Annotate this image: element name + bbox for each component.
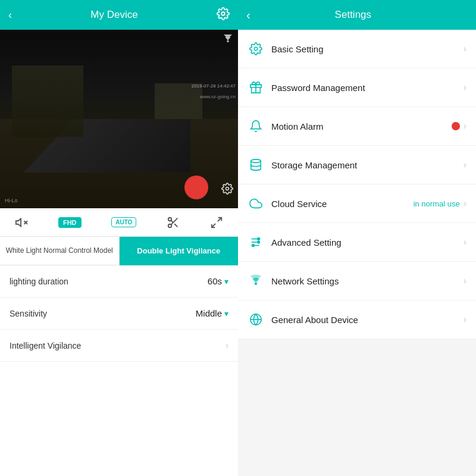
network-chevron: ›	[464, 275, 466, 286]
motion-alarm-icon	[248, 118, 264, 134]
auto-button[interactable]: AUTO	[111, 217, 136, 227]
basic-setting-label: Basic Setting	[271, 44, 464, 54]
camera-view: 2019-07-28 14:42:47 www.sz-going.cn Hi-L…	[0, 30, 238, 208]
network-icon	[248, 273, 264, 289]
camera-logo: Hi-Lo	[5, 198, 18, 203]
cloud-label: Cloud Service	[271, 199, 414, 209]
settings-icon[interactable]	[217, 7, 230, 23]
menu-item-basic-setting[interactable]: Basic Setting ›	[238, 30, 476, 68]
svg-point-1	[226, 187, 229, 190]
mute-button[interactable]	[15, 216, 28, 229]
empty-area	[238, 339, 476, 476]
motion-alarm-chevron: ›	[464, 121, 466, 131]
menu-item-motion-alarm[interactable]: Motion Alarm ›	[238, 107, 476, 146]
camera-settings-icon[interactable]	[221, 183, 233, 198]
sensitivity-label: Sensitivity	[10, 309, 47, 318]
cloud-icon	[248, 195, 264, 212]
svg-point-17	[258, 238, 260, 240]
svg-line-10	[217, 217, 221, 221]
menu-item-cloud[interactable]: Cloud Service in normal use ›	[238, 184, 476, 223]
basic-setting-icon	[248, 40, 264, 57]
svg-point-19	[252, 245, 255, 247]
menu-item-general[interactable]: General About Device ›	[238, 300, 476, 339]
lighting-duration-row[interactable]: lighting duration 60s ▾	[0, 265, 238, 298]
svg-point-6	[168, 224, 172, 227]
expand-button[interactable]	[210, 216, 223, 229]
intelligent-vigilance-label: Intelligent Vigilance	[10, 341, 81, 350]
mode-double-light[interactable]: Double Light Vigilance	[120, 237, 239, 265]
storage-icon	[248, 156, 264, 173]
right-header: ‹ Settings	[238, 0, 476, 30]
camera-timestamp: 2019-07-28 14:42:47	[192, 83, 236, 89]
mode-white-light[interactable]: White Light Normal Control Model	[0, 237, 120, 265]
settings-menu: Basic Setting › Password Management ›	[238, 30, 476, 339]
motion-alarm-label: Motion Alarm	[271, 121, 452, 131]
advanced-icon	[248, 234, 264, 250]
menu-item-storage[interactable]: Storage Management ›	[238, 146, 476, 184]
left-settings-rows: lighting duration 60s ▾ Sensitivity Midd…	[0, 265, 238, 476]
wifi-icon-camera	[223, 35, 233, 45]
motion-alarm-dot	[452, 122, 460, 130]
camera-watermark: www.sz-going.cn	[200, 94, 236, 99]
sensitivity-value-wrap: Middle ▾	[196, 308, 228, 318]
general-chevron: ›	[464, 314, 466, 325]
fhd-button[interactable]: FHD	[58, 217, 82, 228]
password-icon	[248, 79, 264, 96]
lighting-duration-value: 60s	[208, 276, 222, 286]
left-header: ‹ My Device	[0, 0, 238, 30]
menu-item-network[interactable]: Network Settings ›	[238, 262, 476, 300]
cloud-chevron: ›	[464, 198, 466, 209]
intelligent-vigilance-row[interactable]: Intelligent Vigilance ›	[0, 330, 238, 362]
controls-bar: FHD AUTO	[0, 208, 238, 237]
left-panel: ‹ My Device 2019-07-28 14:42:47 www.sz-g…	[0, 0, 238, 476]
cloud-status-badge: in normal use	[414, 199, 460, 208]
advanced-chevron: ›	[464, 237, 466, 248]
network-label: Network Settings	[271, 276, 464, 286]
svg-point-12	[254, 47, 258, 51]
menu-item-password[interactable]: Password Management ›	[238, 68, 476, 107]
basic-setting-chevron: ›	[464, 43, 466, 54]
lighting-duration-chevron: ▾	[224, 277, 228, 286]
svg-line-8	[174, 224, 177, 227]
record-button[interactable]	[184, 176, 208, 199]
password-chevron: ›	[464, 82, 466, 93]
advanced-label: Advanced Setting	[271, 237, 464, 248]
general-label: General About Device	[271, 315, 464, 325]
svg-line-9	[171, 220, 173, 223]
left-title: My Device	[12, 9, 217, 21]
svg-line-11	[211, 223, 215, 227]
svg-point-5	[168, 217, 172, 221]
right-title: Settings	[255, 9, 451, 21]
right-back-icon[interactable]: ‹	[246, 8, 250, 22]
svg-marker-2	[16, 218, 21, 226]
sensitivity-value: Middle	[196, 308, 222, 318]
svg-point-13	[251, 159, 261, 163]
mode-selector: White Light Normal Control Model Double …	[0, 237, 238, 265]
lighting-duration-value-wrap: 60s ▾	[208, 276, 228, 286]
lighting-duration-label: lighting duration	[10, 277, 68, 286]
svg-point-18	[258, 241, 260, 243]
storage-chevron: ›	[464, 159, 466, 170]
storage-label: Storage Management	[271, 160, 464, 170]
menu-item-advanced[interactable]: Advanced Setting ›	[238, 223, 476, 262]
general-icon	[248, 311, 264, 328]
scissors-button[interactable]	[167, 216, 180, 229]
right-panel: ‹ Settings Basic Setting ›	[238, 0, 476, 476]
intelligent-vigilance-chevron: ›	[226, 340, 228, 351]
sensitivity-row[interactable]: Sensitivity Middle ▾	[0, 298, 238, 330]
sensitivity-chevron: ▾	[224, 309, 228, 318]
svg-point-0	[221, 12, 225, 15]
password-label: Password Management	[271, 83, 464, 93]
